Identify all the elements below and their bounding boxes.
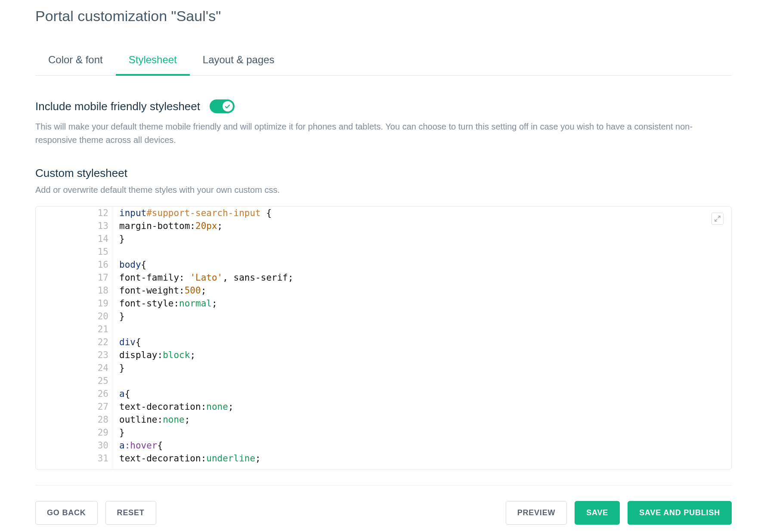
page-title: Portal customization "Saul's" [35,0,732,29]
custom-stylesheet-title: Custom stylesheet [35,167,732,180]
footer-actions: GO BACK RESET PREVIEW SAVE SAVE AND PUBL… [35,485,732,525]
mobile-stylesheet-toggle[interactable] [210,99,235,113]
custom-stylesheet-description: Add or overwrite default theme styles wi… [35,185,732,195]
save-button[interactable]: SAVE [575,501,620,525]
css-editor[interactable]: 1213141516171819202122232425262728293031… [35,206,732,470]
check-icon [223,101,233,111]
tab-stylesheet[interactable]: Stylesheet [116,46,190,75]
tab-layout-pages[interactable]: Layout & pages [190,46,288,75]
tab-bar: Color & font Stylesheet Layout & pages [35,46,732,76]
mobile-stylesheet-description: This will make your default theme mobile… [35,120,732,147]
code-content[interactable]: input#support-search-input {margin-botto… [113,207,731,469]
mobile-stylesheet-title: Include mobile friendly stylesheet [35,100,200,113]
line-number-gutter: 1213141516171819202122232425262728293031 [36,207,113,469]
save-and-publish-button[interactable]: SAVE AND PUBLISH [628,501,732,525]
reset-button[interactable]: RESET [105,501,156,525]
go-back-button[interactable]: GO BACK [35,501,98,525]
preview-button[interactable]: PREVIEW [506,501,567,525]
tab-color-font[interactable]: Color & font [35,46,116,75]
expand-icon[interactable] [711,213,724,225]
